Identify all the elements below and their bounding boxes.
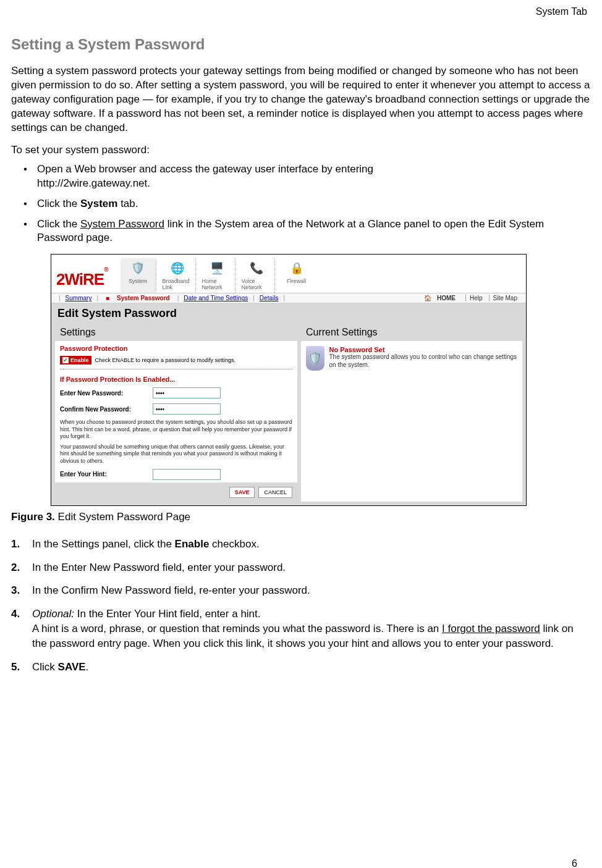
step-item: In the Settings panel, click the Enable … [11,537,591,552]
page-title: Setting a System Password [11,36,591,53]
subnav-datetime[interactable]: Date and Time Settings [184,295,248,301]
nav-label: System [129,278,147,284]
nav-system[interactable]: 🛡️ System [121,258,156,293]
step-text: In the Confirm New Password field, re-en… [32,584,310,596]
subnav-system-password[interactable]: System Password [114,295,172,301]
link-text: System Password [80,218,164,230]
bullet-text: Click the [37,198,80,209]
phone-icon: 📞 [247,259,266,277]
step-item: Optional: In the Enter Your Hint field, … [11,607,591,651]
sitemap-link[interactable]: Site Map [489,295,521,301]
main-nav: 🛡️ System 🌐 Broadband Link 🖥️ Home Netwo… [121,258,315,293]
network-icon: 🖥️ [208,259,226,277]
cancel-button[interactable]: CANCEL [258,487,292,498]
settings-header: Settings [55,324,297,341]
bullet-text: tab. [117,198,138,209]
enter-hint-input[interactable] [153,469,221,480]
password-protection-label: Password Protection [55,341,297,354]
nav-home-network[interactable]: 🖥️ Home Network [200,258,235,293]
step-text: checkbox. [209,538,259,550]
separator [60,369,292,369]
subnav-summary[interactable]: Summary [66,295,92,301]
step-item: In the Enter New Password field, enter y… [11,560,591,575]
link-text: I forgot the password [442,623,540,634]
bold-text: SAVE [58,661,86,673]
screenshot-page-title: Edit System Password [51,303,526,324]
home-link[interactable]: 🏠 HOME [420,295,463,301]
enable-description: Check ENABLE to require a password to mo… [95,357,236,363]
italic-text: Optional: [32,608,74,620]
bullet-text: Click the [37,218,80,230]
step-text: In the Enter New Password field, enter y… [32,562,286,573]
nav-label: Firewall [287,278,306,284]
figure-caption-text: Edit System Password Page [55,511,190,523]
bold-text: System [80,198,117,209]
hint-paragraph-2: Your password should be something unique… [55,442,297,466]
current-settings-header: Current Settings [301,324,522,341]
confirm-password-input[interactable] [153,403,221,415]
enable-checkbox[interactable]: ✓ Enable [60,356,91,364]
subnav-details[interactable]: Details [260,295,279,301]
nav-broadband[interactable]: 🌐 Broadband Link [160,258,196,293]
step-text: A hint is a word, phrase, or question th… [32,623,442,634]
bullet-item: Open a Web browser and access the gatewa… [23,162,591,191]
step-text: Click [32,661,58,673]
logo: 2WiRE® [56,270,108,289]
lead-line: To set your system password: [11,144,591,156]
bold-text: Enable [175,538,210,550]
step-text: In the Enter Your Hint field, enter a hi… [74,608,260,620]
screenshot-header: 2WiRE® 🛡️ System 🌐 Broadband Link 🖥️ Hom… [51,255,526,293]
system-icon: 🛡️ [129,259,147,277]
checkbox-icon: ✓ [62,357,69,363]
sub-nav: | Summary | ■ System Password | Date and… [51,293,526,303]
embedded-screenshot: 2WiRE® 🛡️ System 🌐 Broadband Link 🖥️ Hom… [51,254,527,506]
lock-icon: 🔒 [287,259,306,277]
steps-list: In the Settings panel, click the Enable … [11,537,591,675]
bullet-text: Open a Web browser and access the gatewa… [37,163,373,175]
step-text: In the Settings panel, click the [32,538,175,550]
enter-password-label: Enter New Password: [60,390,153,397]
save-button[interactable]: SAVE [229,487,255,498]
nav-firewall[interactable]: 🔒 Firewall [279,258,315,293]
shield-icon: 🛡️ [306,346,324,371]
step-text: . [86,661,89,673]
confirm-password-label: Confirm New Password: [60,406,153,413]
hint-paragraph-1: When you choose to password protect the … [55,417,297,442]
current-status-desc: The system password allows you to contro… [329,353,517,369]
figure-label: Figure 3. [11,511,55,523]
step-item: In the Confirm New Password field, re-en… [11,583,591,598]
bullet-item: Click the System Password link in the Sy… [23,217,591,246]
globe-icon: 🌐 [168,259,187,277]
enable-label: Enable [70,357,89,363]
enter-hint-label: Enter Your Hint: [60,471,153,478]
page-number: 6 [572,858,577,868]
bullet-list: Open a Web browser and access the gatewa… [11,162,591,246]
current-settings-panel: Current Settings 🛡️ No Password Set The … [301,324,522,502]
step-item: Click SAVE. [11,660,591,675]
nav-voice-network[interactable]: 📞 Voice Network [239,258,275,293]
enter-password-input[interactable] [153,387,221,398]
help-link[interactable]: Help [465,295,486,301]
figure-caption: Figure 3. Edit System Password Page [11,511,591,523]
intro-paragraph: Setting a system password protects your … [11,64,591,135]
nav-label: Home Network [202,278,232,290]
running-header: System Tab [11,6,591,17]
settings-panel: Settings Password Protection ✓ Enable Ch… [55,324,297,502]
bullet-url: http://2wire.gateway.net. [37,177,150,189]
nav-label: Voice Network [242,278,272,290]
bullet-item: Click the System tab. [23,197,591,211]
current-status-title: No Password Set [329,346,517,353]
nav-label: Broadband Link [163,278,193,290]
if-enabled-label: If Password Protection Is Enabled... [55,372,297,385]
